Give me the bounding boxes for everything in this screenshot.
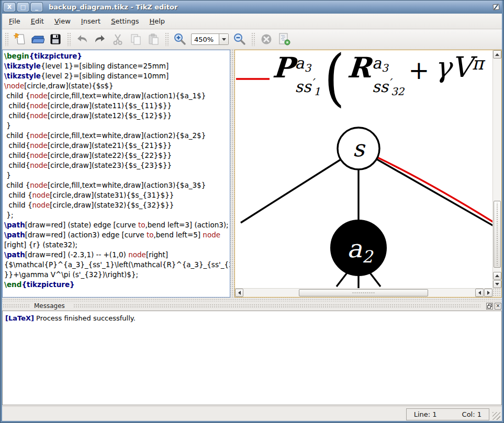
- preview-horizontal-scrollbar[interactable]: [235, 288, 492, 297]
- zoom-in-icon: [173, 32, 187, 46]
- vertical-splitter-handle[interactable]: [230, 50, 234, 298]
- formula-P: P: [272, 53, 295, 82]
- new-document-icon: [14, 33, 26, 45]
- zoom-level-value: 450%: [192, 36, 219, 43]
- window-resize-grip[interactable]: [492, 412, 500, 420]
- column-indicator: Col: 1: [462, 410, 481, 418]
- build-preview-icon: [277, 32, 291, 46]
- redo-button[interactable]: [91, 31, 109, 48]
- maximize-button[interactable]: □: [17, 3, 29, 12]
- title-bar[interactable]: X □ _ backup_diagram.tikz - TikZ editor: [1, 1, 503, 14]
- cut-button[interactable]: [109, 31, 127, 48]
- stop-process-button[interactable]: [257, 31, 275, 48]
- scroll-left-button[interactable]: [235, 289, 243, 297]
- formula-R: R: [346, 53, 372, 82]
- new-document-button[interactable]: [11, 31, 29, 48]
- save-icon: [49, 33, 62, 45]
- scroll-right-button[interactable]: [484, 289, 492, 297]
- formula-gamma-v: γV: [435, 53, 472, 82]
- toolbar-handle[interactable]: [5, 32, 9, 46]
- copy-icon: [129, 33, 142, 45]
- horizontal-splitter-handle[interactable]: [1, 298, 503, 302]
- menu-insert[interactable]: Insert: [77, 15, 105, 27]
- stop-process-icon: [260, 33, 273, 45]
- triangle-up-icon: [495, 275, 499, 277]
- redo-icon: [93, 33, 107, 45]
- edge-a2-state23: [370, 273, 380, 287]
- state-node-label: s: [353, 135, 366, 162]
- window-title: backup_diagram.tikz - TikZ editor: [49, 3, 490, 11]
- save-document-button[interactable]: [47, 31, 64, 48]
- dock-float-button[interactable]: [486, 303, 493, 310]
- zoom-out-icon: [233, 32, 247, 46]
- message-list: [LaTeX] Process finished successfully.: [5, 314, 499, 322]
- paste-icon: [147, 33, 160, 45]
- copy-button[interactable]: [127, 31, 144, 48]
- float-icon: [487, 304, 492, 308]
- dock-texture: [3, 304, 30, 308]
- scroll-up-button[interactable]: [493, 50, 501, 59]
- zoom-out-button[interactable]: [231, 31, 249, 48]
- triangle-left-icon: [478, 291, 481, 295]
- scrollbar-corner: [492, 288, 501, 297]
- menu-bar: File Edit View Insert Settings Help: [1, 14, 503, 29]
- toolbar-separator: [251, 32, 255, 46]
- close-button[interactable]: X: [4, 3, 15, 12]
- triangle-up-icon: [495, 53, 499, 56]
- scroll-up-button-2[interactable]: [493, 272, 501, 280]
- app-icon: [492, 4, 500, 11]
- menu-view[interactable]: View: [50, 15, 75, 27]
- math-formula: P a3 ss′1 ( R a3 ss′32 + γV π: [273, 53, 484, 101]
- dock-close-button[interactable]: ×: [495, 303, 501, 310]
- open-document-button[interactable]: [29, 31, 47, 48]
- line-indicator: Line: 1: [414, 410, 437, 418]
- formula-lparen: (: [324, 53, 345, 101]
- code-editor[interactable]: \begin{tikzpicture}\tikzstyle{level 1}=[…: [2, 50, 230, 298]
- toolbar: 450%: [1, 29, 503, 50]
- messages-dock-title: Messages: [30, 302, 69, 310]
- open-document-icon: [31, 33, 44, 45]
- undo-icon: [75, 33, 89, 45]
- build-preview-button[interactable]: [275, 31, 293, 48]
- toolbar-separator: [67, 32, 71, 46]
- toolbar-separator: [165, 32, 169, 46]
- messages-panel[interactable]: [LaTeX] Process finished successfully.: [2, 311, 502, 405]
- scroll-down-button[interactable]: [493, 280, 501, 288]
- zoom-level-combo[interactable]: 450%: [191, 33, 229, 45]
- dock-texture: [73, 304, 480, 308]
- chevron-down-icon: [222, 38, 226, 41]
- formula-pi: π: [472, 54, 484, 72]
- status-bar: Line: 1 Col: 1: [1, 406, 503, 422]
- cut-icon: [112, 33, 124, 45]
- menu-edit[interactable]: Edit: [27, 15, 48, 27]
- edge-s-action3: [376, 159, 492, 226]
- horizontal-scroll-thumb[interactable]: [299, 289, 428, 296]
- menu-file[interactable]: File: [5, 15, 25, 27]
- formula-plus: +: [408, 58, 429, 83]
- vertical-scroll-thumb[interactable]: [494, 201, 501, 268]
- red-curve-edge: [374, 156, 492, 222]
- zoom-in-button[interactable]: [171, 31, 189, 48]
- paste-button[interactable]: [144, 31, 162, 48]
- menu-help[interactable]: Help: [145, 15, 169, 27]
- triangle-down-icon: [495, 283, 499, 285]
- triangle-left-icon: [238, 291, 241, 295]
- cursor-position-box: Line: 1 Col: 1: [406, 408, 489, 420]
- code-lines: \begin{tikzpicture}\tikzstyle{level 1}=[…: [4, 51, 228, 290]
- preview-pane: s a2 P a3 ss′1 ( R: [234, 50, 502, 298]
- messages-dock-titlebar[interactable]: Messages ×: [1, 302, 503, 310]
- main-split-area: \begin{tikzpicture}\tikzstyle{level 1}=[…: [1, 50, 503, 298]
- menu-settings[interactable]: Settings: [107, 15, 143, 27]
- edge-s-action1: [241, 159, 341, 223]
- minimize-button[interactable]: _: [31, 3, 42, 12]
- app-window: X □ _ backup_diagram.tikz - TikZ editor …: [0, 0, 504, 423]
- scroll-left-button-2[interactable]: [475, 289, 484, 297]
- triangle-right-icon: [487, 291, 490, 295]
- undo-button[interactable]: [73, 31, 91, 48]
- zoom-combo-dropdown[interactable]: [219, 34, 228, 44]
- edge-a2-state21: [337, 273, 347, 287]
- preview-vertical-scrollbar[interactable]: [492, 50, 501, 288]
- preview-canvas[interactable]: s a2 P a3 ss′1 ( R: [235, 50, 492, 288]
